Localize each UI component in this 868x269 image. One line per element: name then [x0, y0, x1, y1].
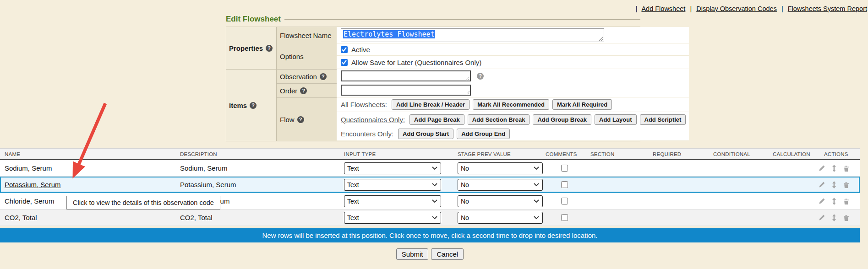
row-name-link[interactable]: Potassium, Serum [5, 181, 61, 188]
delete-icon[interactable] [843, 214, 850, 221]
delete-icon[interactable] [843, 198, 850, 205]
table-row-selected: Potassium, Serum Potassium, Serum Text N… [0, 177, 860, 193]
input-type-select[interactable]: Text [344, 212, 441, 224]
col-header-required: REQUIRED [649, 151, 710, 157]
flowsheet-name-selected-text: Electrolytes Flowsheet [343, 30, 435, 38]
comments-checkbox[interactable] [561, 165, 568, 172]
mark-all-required-button[interactable]: Mark All Required [552, 99, 612, 110]
move-row-icon[interactable] [831, 198, 837, 205]
items-section-label: Items ? [226, 69, 277, 141]
row-description: CO2, Total [180, 214, 213, 221]
resize-handle-icon[interactable] [598, 36, 603, 41]
row-name: Sodium, Serum [5, 164, 52, 172]
nav-separator: | [635, 5, 637, 12]
table-header-row: NAME DESCRIPTION INPUT TYPE STAGE PREV V… [0, 148, 860, 160]
top-nav: | Add Flowsheet | Display Observation Co… [633, 5, 867, 12]
comments-checkbox[interactable] [561, 198, 568, 204]
move-row-icon[interactable] [831, 214, 837, 221]
input-type-select[interactable]: Text [344, 179, 441, 191]
observation-code-tooltip: Click to view the details of this observ… [66, 196, 220, 210]
link-display-observation-codes[interactable]: Display Observation Codes [696, 5, 777, 12]
order-input[interactable] [341, 85, 471, 96]
add-section-break-button[interactable]: Add Section Break [468, 114, 530, 125]
add-group-end-button[interactable]: Add Group End [457, 129, 510, 139]
move-row-icon[interactable] [831, 181, 837, 188]
table-row: Sodium, Serum Sodium, Serum Text No [0, 160, 860, 177]
observation-label: Observation ? [277, 69, 337, 83]
add-scriptlet-button[interactable]: Add Scriptlet [640, 114, 686, 125]
comments-checkbox[interactable] [561, 181, 568, 188]
edit-icon[interactable] [818, 165, 825, 172]
options-label: Options [277, 43, 337, 69]
active-checkbox-label: Active [351, 46, 370, 54]
add-page-break-button[interactable]: Add Page Break [409, 114, 464, 125]
form-title: Edit Flowsheet [226, 15, 284, 24]
stage-prev-value-select[interactable]: No [458, 162, 543, 174]
edit-flowsheet-form: Edit Flowsheet Properties ? Items ? Flow… [226, 14, 640, 141]
stage-prev-value-select[interactable]: No [458, 212, 543, 224]
input-type-select[interactable]: Text [344, 195, 441, 207]
active-checkbox[interactable] [341, 46, 348, 53]
allow-save-checkbox[interactable] [341, 59, 348, 66]
input-type-select[interactable]: Text [344, 162, 441, 174]
col-header-section: SECTION [587, 151, 649, 157]
help-icon[interactable]: ? [320, 73, 327, 80]
row-description: Sodium, Serum [180, 164, 227, 172]
flow-label: Flow ? [277, 97, 337, 141]
insert-position-bar[interactable]: New rows will be inserted at this positi… [0, 228, 860, 242]
move-row-icon[interactable] [831, 165, 837, 172]
allow-save-checkbox-label: Allow Save for Later (Questionnaires Onl… [351, 59, 481, 66]
observation-input[interactable] [341, 70, 471, 81]
stage-prev-value-select[interactable]: No [458, 195, 543, 207]
stage-prev-value-select[interactable]: No [458, 179, 543, 191]
add-layout-button[interactable]: Add Layout [595, 114, 637, 125]
add-group-break-button[interactable]: Add Group Break [533, 114, 591, 125]
help-icon[interactable]: ? [300, 87, 307, 94]
delete-icon[interactable] [843, 165, 850, 172]
add-group-start-button[interactable]: Add Group Start [398, 129, 453, 139]
row-description: Potassium, Serum [180, 181, 236, 188]
all-flowsheets-label: All Flowsheets: [341, 101, 387, 108]
comments-checkbox[interactable] [561, 214, 568, 221]
submit-button[interactable]: Submit [396, 248, 429, 260]
help-icon[interactable]: ? [297, 116, 304, 123]
cancel-button[interactable]: Cancel [431, 248, 464, 260]
col-header-stage-prev-value: STAGE PREV VALUE [454, 151, 542, 157]
col-header-description: DESCRIPTION [176, 151, 340, 157]
col-header-name: NAME [0, 151, 176, 157]
properties-section-label: Properties ? [226, 27, 277, 69]
edit-icon[interactable] [818, 198, 825, 205]
edit-icon[interactable] [818, 181, 825, 188]
nav-separator: | [690, 5, 692, 12]
questionnaires-only-label: Questionnaires Only: [341, 116, 405, 124]
flowsheet-name-label: Flowsheet Name [277, 27, 337, 43]
link-flowsheets-system-report[interactable]: Flowsheets System Report [788, 5, 867, 12]
flowsheet-name-input[interactable]: Electrolytes Flowsheet [341, 28, 604, 42]
nav-separator: | [781, 5, 783, 12]
col-header-calculation: CALCULATION [769, 151, 820, 157]
add-line-break-header-button[interactable]: Add Line Break / Header [392, 99, 469, 110]
mark-all-recommended-button[interactable]: Mark All Recommended [473, 99, 549, 110]
row-name: CO2, Total [5, 214, 37, 221]
order-label: Order ? [277, 83, 337, 97]
help-icon[interactable]: ? [477, 73, 484, 80]
help-icon[interactable]: ? [266, 45, 273, 52]
col-header-input-type: INPUT TYPE [340, 151, 454, 157]
row-name: Chloride, Serum [5, 197, 54, 205]
table-row: CO2, Total CO2, Total Text No [0, 210, 860, 226]
col-header-comments: COMMENTS [542, 151, 587, 157]
delete-icon[interactable] [843, 181, 850, 188]
help-icon[interactable]: ? [250, 102, 257, 109]
col-header-actions: ACTIONS [820, 151, 860, 157]
col-header-conditional: CONDITIONAL [710, 151, 769, 157]
edit-icon[interactable] [818, 214, 825, 221]
link-add-flowsheet[interactable]: Add Flowsheet [641, 5, 685, 12]
encounters-only-label: Encounters Only: [341, 130, 393, 138]
legend-divider [284, 19, 640, 20]
